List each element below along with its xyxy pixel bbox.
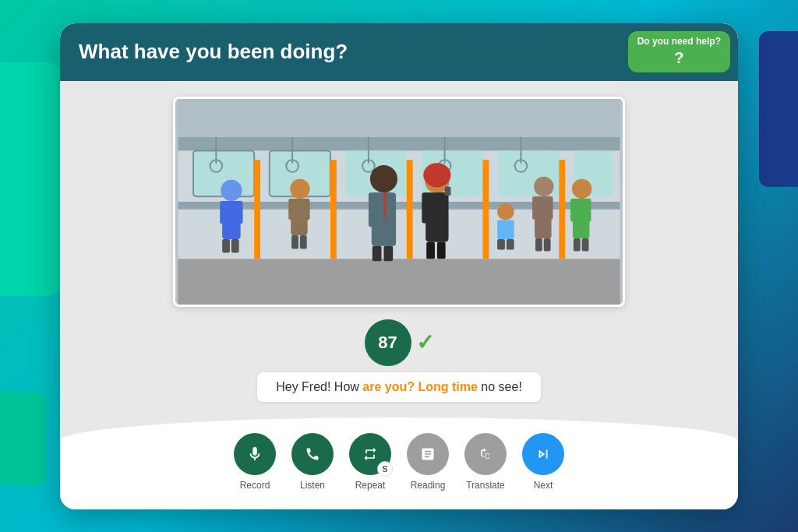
svg-rect-30 (220, 201, 229, 224)
reading-icon (420, 446, 436, 462)
svg-rect-69 (574, 238, 581, 251)
translate-icon (478, 446, 493, 462)
subway-svg (175, 99, 623, 305)
svg-rect-54 (445, 186, 451, 196)
svg-point-34 (290, 178, 309, 198)
svg-rect-57 (497, 238, 505, 249)
svg-point-65 (572, 178, 591, 198)
bg-decoration-bottom (0, 392, 47, 485)
svg-rect-31 (234, 201, 243, 224)
svg-point-48 (423, 163, 450, 187)
svg-rect-50 (422, 192, 431, 223)
content-area: 87 ✓ Hey Fred! How are you? Long time no… (60, 81, 738, 410)
scene-image (173, 97, 625, 307)
svg-rect-44 (373, 245, 382, 261)
svg-rect-63 (535, 238, 542, 251)
reading-icon-circle (407, 433, 449, 475)
repeat-icon (362, 446, 378, 462)
svg-rect-38 (291, 235, 298, 249)
sentence-box: Hey Fred! How are you? Long time no see! (257, 372, 541, 402)
listen-icon-circle (291, 433, 334, 475)
record-icon-circle (234, 433, 276, 475)
repeat-label: Repeat (355, 480, 386, 491)
repeat-badge: S (377, 461, 393, 477)
svg-rect-33 (231, 238, 239, 252)
svg-rect-14 (330, 160, 337, 259)
main-card: What have you been doing? Do you need he… (60, 23, 738, 509)
help-badge[interactable]: Do you need help? ? (628, 31, 730, 73)
reading-button[interactable]: Reading (407, 433, 449, 491)
svg-rect-56 (497, 220, 514, 238)
svg-rect-53 (437, 241, 446, 259)
score-area: 87 ✓ Hey Fred! How are you? Long time no… (257, 319, 541, 402)
svg-rect-32 (222, 238, 230, 252)
reading-label: Reading (411, 480, 446, 491)
svg-rect-45 (383, 245, 393, 261)
svg-rect-42 (369, 192, 380, 227)
listen-label: Listen (300, 480, 325, 491)
help-symbol: ? (637, 48, 721, 68)
svg-rect-52 (426, 241, 435, 259)
wave-area: Record Listen (60, 417, 738, 509)
svg-rect-3 (178, 136, 620, 150)
mic-icon (246, 446, 263, 463)
svg-rect-62 (546, 196, 553, 219)
score-circle: 87 (365, 319, 411, 366)
svg-point-28 (221, 179, 242, 200)
record-button[interactable]: Record (234, 433, 276, 491)
repeat-button[interactable]: S Repeat (349, 433, 391, 491)
next-button[interactable]: Next (522, 433, 564, 491)
svg-rect-1 (178, 251, 620, 304)
svg-rect-37 (302, 199, 310, 220)
translate-icon-circle (464, 433, 507, 475)
page-title: What have you been doing? (79, 40, 348, 64)
next-icon (535, 446, 552, 463)
sentence-prefix: Hey Fred! How (276, 380, 362, 393)
svg-rect-16 (483, 160, 489, 259)
svg-rect-15 (407, 160, 413, 259)
listen-button[interactable]: Listen (291, 433, 334, 491)
repeat-icon-circle: S (349, 433, 391, 475)
bg-decoration-left (0, 62, 62, 296)
svg-point-40 (370, 165, 397, 192)
sentence-suffix: no see! (478, 380, 522, 393)
svg-rect-51 (436, 192, 445, 223)
svg-rect-13 (254, 160, 260, 259)
next-icon-circle (522, 433, 564, 475)
header: What have you been doing? Do you need he… (60, 23, 738, 81)
svg-rect-61 (532, 196, 540, 219)
svg-point-55 (497, 203, 514, 220)
svg-point-59 (534, 176, 553, 196)
score-container: 87 ✓ (365, 319, 434, 366)
translate-label: Translate (466, 480, 505, 491)
help-text: Do you need help? (637, 36, 721, 47)
action-buttons: Record Listen (91, 433, 707, 491)
next-label: Next (534, 480, 553, 491)
svg-rect-68 (584, 199, 591, 221)
svg-rect-64 (544, 238, 551, 251)
bg-decoration-right (759, 31, 798, 187)
svg-rect-70 (582, 238, 589, 251)
checkmark: ✓ (416, 329, 434, 355)
bottom-area: Record Listen (60, 410, 738, 509)
svg-rect-39 (300, 235, 307, 249)
svg-rect-4 (178, 202, 620, 210)
sentence-highlight: are you? Long time (362, 380, 478, 393)
svg-rect-36 (288, 199, 296, 220)
listen-icon (305, 446, 320, 462)
svg-rect-17 (559, 160, 565, 259)
record-label: Record (240, 480, 270, 491)
translate-button[interactable]: Translate (464, 433, 507, 491)
svg-rect-67 (570, 199, 578, 221)
svg-rect-58 (507, 238, 514, 249)
